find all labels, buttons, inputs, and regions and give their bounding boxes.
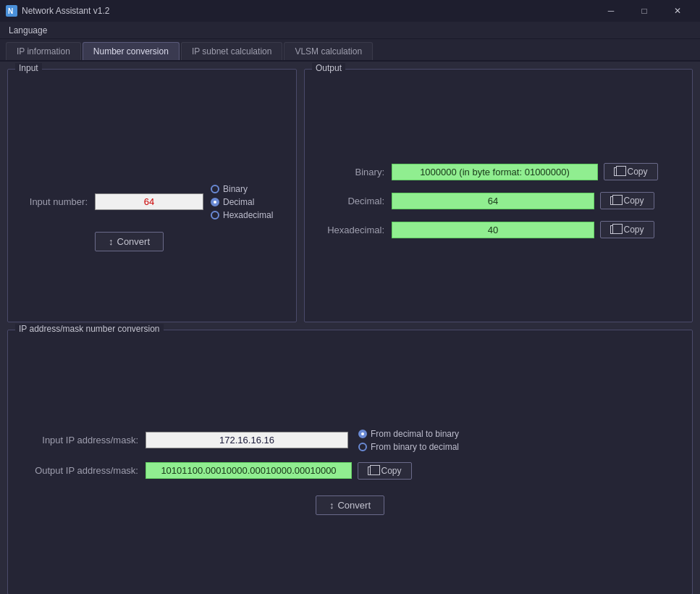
radio-binary[interactable]: Binary xyxy=(211,184,273,194)
decimal-output-field xyxy=(392,193,594,209)
ip-convert-icon: ↕ xyxy=(329,500,334,511)
top-row: Input Input number: Binary Decimal xyxy=(7,69,693,322)
binary-label: Binary: xyxy=(312,167,384,177)
title-bar-left: N Network Assistant v1.2 xyxy=(6,5,109,17)
title-bar: N Network Assistant v1.2 ─ □ ✕ xyxy=(0,0,700,22)
convert-button-container: ↕ Convert xyxy=(95,232,164,251)
radio-binary-circle xyxy=(211,185,219,193)
copy-hexadecimal-button[interactable]: Copy xyxy=(600,221,654,238)
radio-decimal-circle xyxy=(211,198,219,206)
ip-input-field[interactable] xyxy=(146,432,348,448)
output-panel-legend: Output xyxy=(312,63,345,73)
hexadecimal-output-row: Hexadecimal: Copy xyxy=(312,221,685,238)
tab-ip-information[interactable]: IP information xyxy=(6,42,81,60)
copy-binary-button[interactable]: Copy xyxy=(604,163,658,180)
app-title: Network Assistant v1.2 xyxy=(22,6,109,16)
menu-bar: Language xyxy=(0,22,700,39)
ip-output-field xyxy=(146,462,352,479)
ip-input-label: Input IP address/mask: xyxy=(15,435,138,446)
tab-vlsm-calculation[interactable]: VLSM calculation xyxy=(284,42,373,60)
ip-panel-legend: IP address/mask number conversion xyxy=(15,324,164,334)
tab-subnet-calculation[interactable]: IP subnet calculation xyxy=(181,42,283,60)
input-number-label: Input number: xyxy=(15,196,88,207)
minimize-button[interactable]: ─ xyxy=(594,0,628,22)
tab-bar: IP information Number conversion IP subn… xyxy=(0,39,700,62)
copy-hexadecimal-icon xyxy=(610,225,619,234)
radio-dec-to-bin-circle xyxy=(358,430,367,438)
input-inner: Input number: Binary Decimal xyxy=(15,77,289,314)
tab-number-conversion[interactable]: Number conversion xyxy=(83,42,180,60)
svg-text:N: N xyxy=(8,7,13,15)
input-number-row: Input number: Binary Decimal xyxy=(15,184,273,220)
convert-button[interactable]: ↕ Convert xyxy=(95,232,164,251)
ip-panel-inner: Input IP address/mask: From decimal to b… xyxy=(15,342,685,587)
output-panel: Output Binary: Copy Decimal: xyxy=(304,69,693,322)
decimal-label: Decimal: xyxy=(312,196,384,206)
input-panel-legend: Input xyxy=(15,63,42,73)
binary-output-row: Binary: Copy xyxy=(312,163,685,180)
ip-input-row: Input IP address/mask: From decimal to b… xyxy=(15,429,685,452)
copy-decimal-button[interactable]: Copy xyxy=(600,192,654,209)
ip-output-row: Output IP address/mask: Copy xyxy=(15,462,685,480)
radio-bin-to-dec-circle xyxy=(358,443,367,451)
radio-hexadecimal[interactable]: Hexadecimal xyxy=(211,210,273,220)
ip-convert-button-container: ↕ Convert xyxy=(15,495,685,515)
radio-dec-to-bin[interactable]: From decimal to binary xyxy=(358,429,459,439)
ip-output-label: Output IP address/mask: xyxy=(15,465,138,476)
main-content: Input Input number: Binary Decimal xyxy=(0,62,700,594)
copy-ip-button[interactable]: Copy xyxy=(358,462,412,480)
decimal-output-row: Decimal: Copy xyxy=(312,192,685,209)
title-bar-controls: ─ □ ✕ xyxy=(594,0,694,22)
copy-binary-icon xyxy=(614,167,623,176)
ip-panel: IP address/mask number conversion Input … xyxy=(7,330,693,594)
radio-bin-to-dec[interactable]: From binary to decimal xyxy=(358,442,459,452)
radio-decimal[interactable]: Decimal xyxy=(211,197,273,207)
ip-radio-group: From decimal to binary From binary to de… xyxy=(358,429,459,452)
input-panel: Input Input number: Binary Decimal xyxy=(7,69,297,322)
output-inner: Binary: Copy Decimal: Copy xyxy=(312,77,685,314)
radio-hexadecimal-circle xyxy=(211,211,219,219)
convert-icon: ↕ xyxy=(109,236,114,247)
ip-convert-button[interactable]: ↕ Convert xyxy=(316,495,384,515)
hexadecimal-label: Hexadecimal: xyxy=(312,225,384,235)
input-number-field[interactable] xyxy=(95,193,203,210)
radio-group: Binary Decimal Hexadecimal xyxy=(211,184,273,220)
copy-ip-icon xyxy=(368,467,376,475)
binary-output-field xyxy=(392,164,598,180)
copy-decimal-icon xyxy=(610,196,619,205)
ip-convert-label: Convert xyxy=(337,500,371,511)
convert-label: Convert xyxy=(117,236,151,247)
close-button[interactable]: ✕ xyxy=(661,0,694,22)
maximize-button[interactable]: □ xyxy=(628,0,661,22)
hexadecimal-output-field xyxy=(392,222,594,238)
app-icon: N xyxy=(6,5,17,17)
language-menu[interactable]: Language xyxy=(3,24,53,37)
